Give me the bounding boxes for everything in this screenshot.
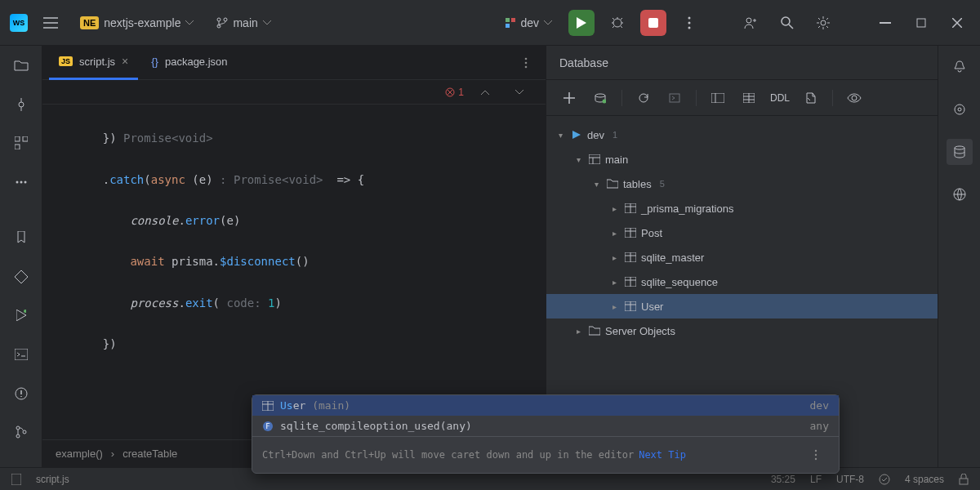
web-tool-icon[interactable]	[947, 181, 973, 207]
svg-rect-4	[511, 18, 515, 22]
duplicate-datasource-icon[interactable]	[587, 85, 613, 111]
jump-to-console-icon[interactable]	[798, 85, 824, 111]
tab-package-json[interactable]: {} package.json	[141, 46, 237, 80]
autocomplete-item[interactable]: F sqlite_compileoption_used(any) any	[252, 416, 839, 436]
tab-script-js[interactable]: JS script.js ×	[49, 46, 138, 80]
svg-point-1	[224, 18, 227, 21]
status-file[interactable]: script.js	[36, 474, 69, 485]
js-file-icon: JS	[59, 56, 73, 66]
tree-table-user[interactable]: ▸User	[546, 294, 938, 318]
filter-icon[interactable]	[841, 85, 867, 111]
refresh-icon[interactable]	[630, 85, 657, 111]
folder-icon	[607, 179, 618, 189]
code-editor[interactable]: }) Promise<void> .catch(async (e) : Prom…	[42, 105, 546, 439]
svg-point-11	[746, 18, 751, 23]
prev-highlight-icon[interactable]	[472, 79, 498, 105]
svg-point-28	[23, 430, 26, 434]
tree-schema[interactable]: ▾main	[546, 147, 938, 172]
ai-assistant-icon[interactable]	[947, 96, 973, 122]
stop-query-icon[interactable]	[662, 85, 688, 111]
status-analysis-icon[interactable]	[879, 474, 890, 485]
svg-point-10	[688, 26, 691, 29]
commit-tool-icon[interactable]	[8, 93, 34, 116]
tree-tables-folder[interactable]: ▾tables5	[546, 172, 938, 196]
branch-name: main	[233, 16, 257, 29]
error-count[interactable]: 1	[445, 87, 464, 98]
settings-icon[interactable]	[810, 10, 836, 36]
tree-datasource[interactable]: ▾dev1	[546, 122, 938, 147]
tree-table[interactable]: ▸sqlite_sequence	[546, 270, 938, 294]
svg-rect-17	[15, 136, 20, 141]
svg-rect-18	[23, 136, 28, 141]
status-cursor-pos[interactable]: 35:25	[771, 474, 795, 485]
vcs-tool-icon[interactable]	[8, 421, 34, 444]
notifications-icon[interactable]	[947, 54, 973, 80]
more-actions-icon[interactable]	[676, 10, 702, 36]
autocomplete-more-icon[interactable]	[803, 442, 829, 468]
project-dropdown[interactable]: NE nextjs-example	[74, 13, 200, 33]
tree-table[interactable]: ▸sqlite_master	[546, 245, 938, 270]
run-button[interactable]	[568, 10, 595, 36]
status-indent[interactable]: 4 spaces	[905, 474, 944, 485]
table-view-icon[interactable]	[736, 85, 762, 111]
status-lock-icon[interactable]	[959, 474, 969, 485]
svg-rect-19	[15, 145, 20, 149]
services-tool-icon[interactable]	[8, 265, 34, 288]
structure-tool-icon[interactable]	[8, 131, 34, 154]
tree-server-objects[interactable]: ▸Server Objects	[546, 318, 938, 343]
search-icon[interactable]	[774, 10, 800, 36]
run-config-dropdown[interactable]: dev	[499, 13, 559, 33]
next-tip-link[interactable]: Next Tip	[639, 449, 686, 461]
database-toolbar: DDL	[546, 80, 938, 116]
ddl-button[interactable]: DDL	[767, 85, 793, 111]
next-highlight-icon[interactable]	[506, 79, 532, 105]
autocomplete-item[interactable]: User (main) dev	[252, 395, 839, 416]
more-tools-icon[interactable]	[8, 171, 34, 194]
chevron-right-icon: ›	[111, 448, 114, 460]
hamburger-icon[interactable]	[38, 10, 64, 36]
titlebar: WS NE nextjs-example main dev	[0, 0, 980, 46]
new-datasource-icon[interactable]	[556, 85, 582, 111]
database-tool-icon[interactable]	[947, 139, 973, 165]
table-icon	[625, 228, 636, 238]
debug-button[interactable]	[604, 10, 630, 36]
close-tab-icon[interactable]: ×	[122, 55, 128, 68]
bookmarks-tool-icon[interactable]	[8, 226, 34, 249]
code-with-me-icon[interactable]	[738, 10, 764, 36]
breadcrumb-item[interactable]: example()	[56, 448, 103, 460]
stop-icon	[648, 18, 658, 28]
svg-point-45	[955, 105, 964, 114]
svg-point-20	[16, 181, 18, 184]
project-tool-icon[interactable]	[8, 54, 34, 77]
table-icon	[625, 252, 636, 262]
status-file-icon	[11, 474, 21, 485]
project-badge: NE	[80, 16, 99, 29]
status-encoding[interactable]: UTF-8	[836, 474, 864, 485]
close-icon[interactable]	[944, 10, 970, 36]
status-line-ending[interactable]: LF	[810, 474, 822, 485]
json-file-icon: {}	[151, 56, 158, 68]
problems-tool-icon[interactable]	[8, 382, 34, 405]
table-icon	[625, 301, 636, 311]
view-mode-icon[interactable]	[705, 85, 731, 111]
bug-icon	[611, 16, 624, 29]
tree-table[interactable]: ▸Post	[546, 220, 938, 245]
minimize-icon[interactable]	[872, 10, 898, 36]
table-icon	[625, 277, 636, 287]
tab-more-icon[interactable]	[513, 50, 539, 76]
svg-point-47	[955, 146, 964, 149]
stop-button[interactable]	[640, 10, 666, 36]
terminal-tool-icon[interactable]	[8, 343, 34, 366]
svg-point-12	[782, 17, 790, 25]
svg-point-33	[595, 94, 605, 97]
svg-point-22	[24, 181, 26, 184]
svg-point-6	[613, 19, 621, 27]
run-tool-icon[interactable]	[8, 304, 34, 327]
svg-point-55	[815, 450, 817, 452]
breadcrumb-item[interactable]: createTable	[122, 448, 177, 460]
tree-table[interactable]: ▸_prisma_migrations	[546, 196, 938, 220]
maximize-icon[interactable]	[908, 10, 934, 36]
database-panel-title: Database	[546, 46, 938, 80]
branch-dropdown[interactable]: main	[210, 13, 277, 33]
left-tool-gutter	[0, 46, 42, 467]
